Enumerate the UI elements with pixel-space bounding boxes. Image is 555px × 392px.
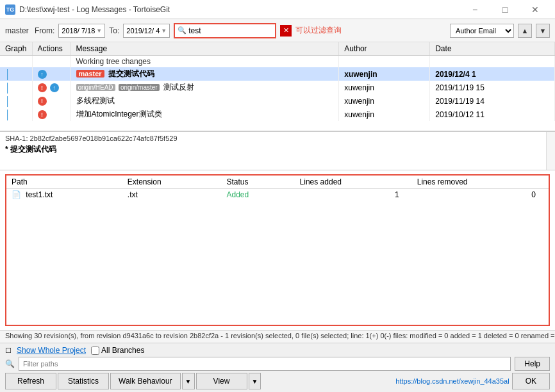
cell-message: origin/HEAD origin/master 测试反射 <box>70 81 339 94</box>
col-message: Message <box>70 42 339 56</box>
action-error-icon: ! <box>38 110 47 119</box>
app-icon: TG <box>5 4 15 15</box>
minimize-button[interactable]: − <box>460 0 490 19</box>
cell-actions <box>32 56 70 68</box>
graph-line-icon: │ <box>5 96 11 106</box>
window-controls: − □ ✕ <box>460 0 550 19</box>
col-path: Path <box>6 176 122 189</box>
to-label: To: <box>109 26 119 35</box>
cell-date: 2019/11/19 14 <box>430 94 555 108</box>
show-whole-project-link[interactable]: Show Whole Project <box>17 346 86 355</box>
cell-date: 2019/11/19 15 <box>430 81 555 94</box>
file-status: Added <box>221 189 294 201</box>
table-row[interactable]: │ ! 多线程测试 xuwenjin 2019/11/19 14 <box>0 94 555 108</box>
clear-search-button[interactable]: ✕ <box>280 25 292 37</box>
search-box: 🔍 <box>174 23 276 38</box>
graph-line-icon: │ <box>5 69 11 79</box>
bottom-buttons: Refresh Statistics Walk Behaviour ▼ View… <box>5 373 550 389</box>
cell-date <box>430 56 555 68</box>
log-table: Graph Actions Message Author Date Workin… <box>0 42 555 121</box>
filter-path-row: 🔍 Help <box>5 357 550 371</box>
walk-behaviour-dropdown[interactable]: ▼ <box>182 373 195 389</box>
cell-author: xuwenjin <box>339 81 430 94</box>
file-list-container: Path Extension Status Lines added Lines … <box>5 174 550 326</box>
nav-up-button[interactable]: ▲ <box>518 24 532 38</box>
graph-line-icon: │ <box>5 83 11 93</box>
search-input[interactable] <box>188 26 272 35</box>
search-icon: 🔍 <box>178 26 186 35</box>
table-row[interactable]: │ ↑ master 提交测试代码 xuwenjin 2019/12/4 1 <box>0 67 555 81</box>
action-error-icon: ! <box>38 83 47 92</box>
graph-line-icon: │ <box>5 110 11 120</box>
badge-master: master <box>76 70 104 78</box>
to-dropdown-arrow[interactable]: ▼ <box>161 28 167 34</box>
from-date-input[interactable]: 2018/ 7/18 ▼ <box>58 24 105 38</box>
file-list-table: Path Extension Status Lines added Lines … <box>6 176 549 200</box>
cell-author: xuwenjin <box>339 67 430 81</box>
cell-graph: │ <box>0 81 32 94</box>
cell-message: Working tree changes <box>70 56 339 68</box>
status-text: Showing 30 revision(s), from revision d9… <box>5 332 555 339</box>
cell-actions: ↑ <box>32 67 70 81</box>
col-author: Author <box>339 42 430 56</box>
close-button[interactable]: ✕ <box>520 0 550 19</box>
table-row[interactable]: │ ! 增加AtomicInteger测试类 xuwenjin 2019/10/… <box>0 108 555 121</box>
table-row[interactable]: Working tree changes <box>0 56 555 68</box>
action-error-icon: ! <box>38 97 47 106</box>
col-extension: Extension <box>122 176 222 189</box>
all-branches-checkbox[interactable] <box>91 347 99 355</box>
author-dropdown[interactable]: Author Email <box>450 24 514 38</box>
file-list-row[interactable]: 📄 test1.txt .txt Added 1 0 <box>6 189 549 201</box>
cell-graph <box>0 56 32 68</box>
bottom-row1: ☐ Show Whole Project All Branches <box>5 346 550 355</box>
maximize-button[interactable]: □ <box>490 0 520 19</box>
walk-behaviour-button[interactable]: Walk Behaviour <box>110 373 181 389</box>
file-extension: .txt <box>122 189 222 201</box>
col-date: Date <box>430 42 555 56</box>
cell-author <box>339 56 430 68</box>
col-actions: Actions <box>32 42 70 56</box>
main-window: master From: 2018/ 7/18 ▼ To: 2019/12/ 4… <box>0 19 555 392</box>
toolbar: master From: 2018/ 7/18 ▼ To: 2019/12/ 4… <box>0 19 555 42</box>
help-button[interactable]: Help <box>515 357 550 371</box>
cell-date: 2019/10/12 11 <box>430 108 555 121</box>
view-dropdown[interactable]: ▼ <box>249 373 261 389</box>
cell-graph: │ <box>0 108 32 121</box>
cell-graph: │ <box>0 94 32 108</box>
status-bar: Showing 30 revision(s), from revision d9… <box>0 330 555 343</box>
filter-path-input[interactable] <box>19 357 511 371</box>
file-lines-removed: 0 <box>412 189 549 201</box>
bottom-controls: ☐ Show Whole Project All Branches 🔍 Help… <box>0 343 555 392</box>
cell-message: 多线程测试 <box>70 94 339 108</box>
badge-origin-head: origin/HEAD <box>76 84 115 91</box>
commit-message: * 提交测试代码 <box>5 144 550 155</box>
all-branches-label: All Branches <box>91 346 144 355</box>
cell-message: 增加AtomicInteger测试类 <box>70 108 339 121</box>
detail-scrollbar[interactable] <box>546 132 555 170</box>
col-lines-added: Lines added <box>295 176 412 189</box>
cell-actions: ! ↑ <box>32 81 70 94</box>
file-list-header: Path Extension Status Lines added Lines … <box>6 176 549 189</box>
file-lines-added: 1 <box>295 189 412 201</box>
action-up-icon: ↑ <box>50 83 59 92</box>
from-label: From: <box>35 26 54 35</box>
table-row[interactable]: │ ! ↑ origin/HEAD origin/master 测试反射 xuw… <box>0 81 555 94</box>
cell-actions: ! <box>32 108 70 121</box>
filter-search-icon: 🔍 <box>5 359 15 368</box>
statistics-button[interactable]: Statistics <box>58 373 109 389</box>
nav-down-button[interactable]: ▼ <box>536 24 550 38</box>
title-bar: TG D:\test\xwj-test - Log Messages - Tor… <box>0 0 555 19</box>
cell-author: xuwenjin <box>339 108 430 121</box>
cell-graph: │ <box>0 67 32 81</box>
refresh-button[interactable]: Refresh <box>5 373 56 389</box>
window-title: D:\test\xwj-test - Log Messages - Tortoi… <box>19 5 460 14</box>
from-dropdown-arrow[interactable]: ▼ <box>96 28 102 34</box>
ok-button[interactable]: OK <box>512 373 550 389</box>
show-project-checkbox-icon: ☐ <box>5 347 12 355</box>
branch-label: master <box>5 26 31 35</box>
url-hint: https://blog.csdn.net/xewjin_44a35al <box>263 377 509 385</box>
file-icon: 📄 <box>12 190 21 199</box>
view-button[interactable]: View <box>196 373 247 389</box>
cell-actions: ! <box>32 94 70 108</box>
to-date-input[interactable]: 2019/12/ 4 ▼ <box>123 24 170 38</box>
